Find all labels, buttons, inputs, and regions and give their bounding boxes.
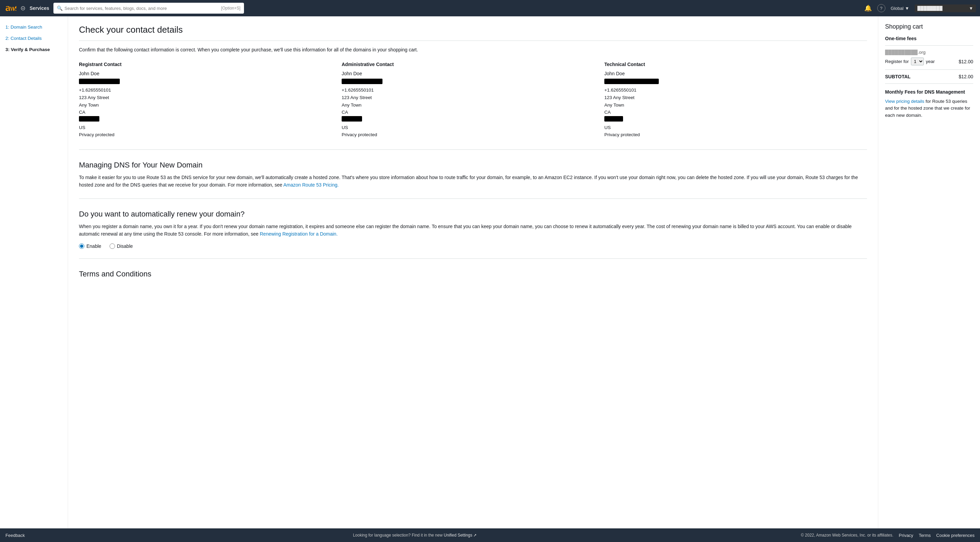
page-title: Check your contact details (79, 24, 867, 35)
administrative-city: Any Town (342, 102, 605, 109)
administrative-contact: Administrative Contact John Doe +1.62655… (342, 62, 605, 139)
subtotal-label: SUBTOTAL (885, 74, 911, 79)
cart-domain-tld: .org (918, 50, 926, 55)
registrant-privacy: Privacy protected (79, 131, 342, 139)
cart-price: $12.00 (959, 59, 973, 64)
renew-divider (79, 198, 867, 199)
sidebar-item-verify-purchase[interactable]: 3: Verify & Purchase (5, 47, 62, 52)
renewing-registration-link[interactable]: Renewing Registration for a Domain. (260, 231, 338, 237)
shopping-cart-sidebar: Shopping cart One-time fees ██████████.o… (878, 16, 980, 528)
registrant-phone: +1.6265550101 (79, 86, 342, 94)
enable-renewal-text: Enable (86, 244, 102, 249)
notifications-button[interactable]: 🔔 (864, 5, 872, 12)
terms-divider (79, 258, 867, 259)
registrant-name: John Doe (79, 70, 342, 77)
services-nav-label[interactable]: Services (30, 5, 49, 11)
search-input[interactable] (65, 6, 219, 11)
registrant-contact: Registrant Contact John Doe +1.626555010… (79, 62, 342, 139)
page-wrapper: 1: Domain Search 2: Contact Details 3: V… (0, 16, 980, 528)
top-navigation: ⊝ Services 🔍 [Option+S] 🔔 ? Global ▼ ███… (0, 0, 980, 16)
nav-right: 🔔 ? Global ▼ ████████ ▼ (864, 4, 976, 12)
registrant-zip-redacted (79, 116, 99, 121)
disable-renewal-text: Disable (117, 244, 133, 249)
registrant-email-redacted (79, 79, 120, 84)
technical-phone: +1.6265550101 (605, 86, 867, 94)
register-years-select[interactable]: 1 2 3 5 (911, 57, 924, 65)
search-icon: 🔍 (57, 5, 63, 11)
enable-renewal-radio[interactable] (79, 244, 84, 249)
technical-address: 123 Any Street (605, 94, 867, 102)
renew-body-text: When you register a domain name, you own… (79, 224, 852, 237)
grid-icon[interactable]: ⊝ (21, 5, 25, 12)
registrant-address: 123 Any Street (79, 94, 342, 102)
registrant-city: Any Town (79, 102, 342, 109)
region-chevron-icon: ▼ (905, 6, 909, 11)
administrative-state: CA (342, 108, 605, 116)
search-bar[interactable]: 🔍 [Option+S] (53, 3, 244, 14)
contacts-grid: Registrant Contact John Doe +1.626555010… (79, 62, 867, 139)
administrative-email-redacted (342, 79, 382, 84)
region-label: Global (891, 6, 904, 11)
monthly-fees-label: Monthly Fees for DNS Management (885, 89, 973, 95)
technical-name: John Doe (605, 70, 867, 77)
sidebar-item-domain-search[interactable]: 1: Domain Search (5, 24, 62, 30)
one-time-fees-label: One-time fees (885, 36, 973, 41)
administrative-privacy: Privacy protected (342, 131, 605, 139)
intro-text: Confirm that the following contact infor… (79, 46, 867, 53)
route53-pricing-link[interactable]: Amazon Route 53 Pricing. (283, 182, 339, 188)
technical-heading: Technical Contact (605, 62, 867, 67)
view-pricing-link[interactable]: View pricing details (885, 99, 924, 104)
sidebar: 1: Domain Search 2: Contact Details 3: V… (0, 16, 68, 528)
registrant-country: US (79, 124, 342, 131)
title-divider (79, 40, 867, 41)
administrative-phone: +1.6265550101 (342, 86, 605, 94)
monthly-fees-desc: View pricing details for Route 53 querie… (885, 98, 973, 119)
enable-renewal-label[interactable]: Enable (79, 244, 102, 249)
registrant-heading: Registrant Contact (79, 62, 342, 67)
disable-renewal-label[interactable]: Disable (110, 244, 133, 249)
technical-city: Any Town (605, 102, 867, 109)
region-selector[interactable]: Global ▼ (891, 6, 909, 11)
technical-privacy: Privacy protected (605, 131, 867, 139)
terms-heading: Terms and Conditions (79, 269, 867, 279)
account-selector[interactable]: ████████ ▼ (915, 5, 976, 12)
cart-title: Shopping cart (885, 23, 973, 30)
subtotal-price: $12.00 (959, 74, 973, 79)
dns-divider (79, 150, 867, 150)
administrative-address: 123 Any Street (342, 94, 605, 102)
sidebar-item-contact-details[interactable]: 2: Contact Details (5, 36, 62, 41)
technical-contact: Technical Contact John Doe +1.6265550101… (605, 62, 867, 139)
search-shortcut: [Option+S] (221, 6, 240, 11)
year-label: year (926, 59, 935, 64)
cart-subtotal-row: SUBTOTAL $12.00 (885, 74, 973, 79)
dns-body-text: To make it easier for you to use Route 5… (79, 175, 858, 188)
technical-country: US (605, 124, 867, 131)
main-content: Check your contact details Confirm that … (68, 16, 878, 528)
renew-heading: Do you want to automatically renew your … (79, 210, 867, 218)
renewal-radio-group: Enable Disable (79, 244, 867, 249)
technical-state: CA (605, 108, 867, 116)
cart-divider-1 (885, 45, 973, 46)
cart-divider-3 (885, 83, 973, 84)
administrative-heading: Administrative Contact (342, 62, 605, 67)
cart-divider-2 (885, 69, 973, 70)
registrant-state: CA (79, 108, 342, 116)
cart-register-row: Register for 1 2 3 5 year $12.00 (885, 57, 973, 65)
aws-logo[interactable] (4, 2, 16, 14)
dns-body: To make it easier for you to use Route 5… (79, 174, 867, 189)
disable-renewal-radio[interactable] (110, 244, 115, 249)
cart-domain-name: ██████████.org (885, 50, 973, 55)
administrative-name: John Doe (342, 70, 605, 77)
dns-heading: Managing DNS for Your New Domain (79, 161, 867, 169)
register-for-label: Register for (885, 59, 909, 64)
account-chevron-icon: ▼ (969, 6, 973, 11)
renew-body: When you register a domain name, you own… (79, 223, 867, 238)
help-button[interactable]: ? (877, 4, 885, 12)
administrative-zip-redacted (342, 116, 362, 121)
account-label: ████████ (917, 6, 967, 11)
administrative-country: US (342, 124, 605, 131)
technical-zip-redacted (605, 116, 623, 121)
technical-email-redacted (605, 79, 659, 84)
